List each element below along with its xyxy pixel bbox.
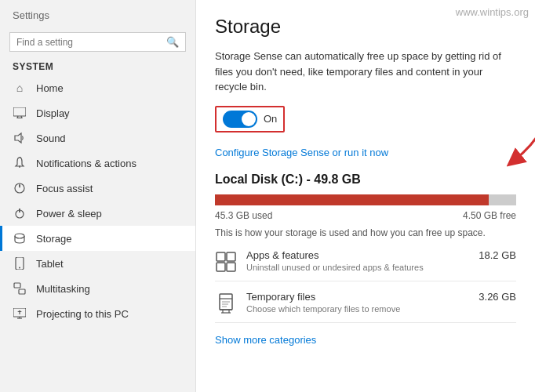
apps-icon <box>215 251 237 273</box>
sidebar-item-storage[interactable]: Storage <box>0 226 195 251</box>
app-title: Settings <box>0 0 195 27</box>
svg-rect-22 <box>227 252 235 261</box>
disk-used-fill <box>215 194 489 205</box>
svg-rect-0 <box>13 107 26 116</box>
page-title: Storage <box>215 16 516 38</box>
system-section-label: System <box>0 58 195 75</box>
svg-point-12 <box>19 267 20 269</box>
temp-details: Temporary files Choose which temporary f… <box>246 291 469 314</box>
projecting-icon <box>13 307 27 321</box>
red-arrow-annotation <box>486 122 535 169</box>
temp-subtitle: Choose which temporary files to remove <box>246 304 469 314</box>
sidebar-item-label: Tablet <box>36 258 64 270</box>
disk-free-label: 4.50 GB free <box>463 210 516 221</box>
storage-item-apps[interactable]: Apps & features Uninstall unused or unde… <box>215 249 516 281</box>
configure-storage-link[interactable]: Configure Storage Sense or run it now <box>215 147 516 158</box>
sidebar-item-power[interactable]: Power & sleep <box>0 201 195 226</box>
sidebar-item-label: Projecting to this PC <box>36 308 129 320</box>
sidebar-item-display[interactable]: Display <box>0 100 195 125</box>
apps-title: Apps & features <box>246 249 469 261</box>
storage-icon <box>13 231 27 245</box>
sidebar-item-label: Multitasking <box>36 283 90 295</box>
sidebar-item-home[interactable]: ⌂ Home <box>0 75 195 100</box>
apps-details: Apps & features Uninstall unused or unde… <box>246 249 469 272</box>
sidebar-item-projecting[interactable]: Projecting to this PC <box>0 301 195 326</box>
local-disk-title: Local Disk (C:) - 49.8 GB <box>215 172 516 187</box>
search-input[interactable] <box>16 37 165 48</box>
sidebar-item-label: Home <box>36 82 64 94</box>
sidebar-item-label: Notifications & actions <box>36 158 136 169</box>
svg-point-10 <box>15 234 24 238</box>
svg-marker-4 <box>15 133 21 143</box>
sound-icon <box>13 131 27 145</box>
temp-title: Temporary files <box>246 291 469 303</box>
temp-size: 3.26 GB <box>479 291 516 303</box>
disk-stats-row: 45.3 GB used 4.50 GB free <box>215 210 516 221</box>
toggle-label: On <box>264 113 277 125</box>
disk-used-label: 45.3 GB used <box>215 210 272 221</box>
svg-rect-13 <box>14 283 20 288</box>
sidebar-item-label: Focus assist <box>36 183 93 194</box>
disk-usage-bar <box>215 194 516 205</box>
notifications-icon <box>13 156 27 170</box>
sidebar-item-label: Storage <box>36 233 72 245</box>
sidebar-nav: ⌂ Home Display Sound Notifications & act… <box>0 75 195 326</box>
sidebar-item-tablet[interactable]: Tablet <box>0 251 195 276</box>
svg-rect-14 <box>19 289 25 294</box>
svg-rect-21 <box>217 252 225 261</box>
multitasking-icon <box>13 281 27 296</box>
focus-icon <box>13 181 27 195</box>
svg-marker-19 <box>17 310 22 312</box>
sidebar-item-sound[interactable]: Sound <box>0 125 195 151</box>
svg-rect-23 <box>217 263 225 271</box>
home-icon: ⌂ <box>13 81 27 95</box>
storage-sense-toggle[interactable] <box>223 111 257 128</box>
tablet-icon <box>13 256 27 270</box>
sidebar-item-focus[interactable]: Focus assist <box>0 176 195 201</box>
sidebar-item-notifications[interactable]: Notifications & actions <box>0 151 195 176</box>
main-content: www.wintips.org Storage Storage Sense ca… <box>196 0 535 392</box>
toggle-row[interactable]: On <box>215 106 285 132</box>
search-icon: 🔍 <box>166 36 179 48</box>
apps-size: 18.2 GB <box>479 249 516 261</box>
disk-description: This is how your storage is used and how… <box>215 227 516 238</box>
watermark: www.wintips.org <box>456 6 529 18</box>
svg-rect-24 <box>227 263 235 271</box>
sidebar: Settings 🔍 System ⌂ Home Display Sound <box>0 0 196 392</box>
sidebar-item-label: Display <box>36 107 70 119</box>
show-more-categories-link[interactable]: Show more categories <box>215 334 316 346</box>
power-icon <box>13 206 27 220</box>
search-box[interactable]: 🔍 <box>9 32 186 52</box>
display-icon <box>13 106 27 120</box>
storage-item-temp[interactable]: Temporary files Choose which temporary f… <box>215 291 516 323</box>
storage-description: Storage Sense can automatically free up … <box>215 49 516 95</box>
sidebar-item-label: Power & sleep <box>36 208 102 220</box>
sidebar-item-multitasking[interactable]: Multitasking <box>0 276 195 301</box>
sidebar-item-label: Sound <box>36 132 66 144</box>
apps-subtitle: Uninstall unused or undesired apps & fea… <box>246 263 469 272</box>
temp-files-icon <box>215 292 237 314</box>
